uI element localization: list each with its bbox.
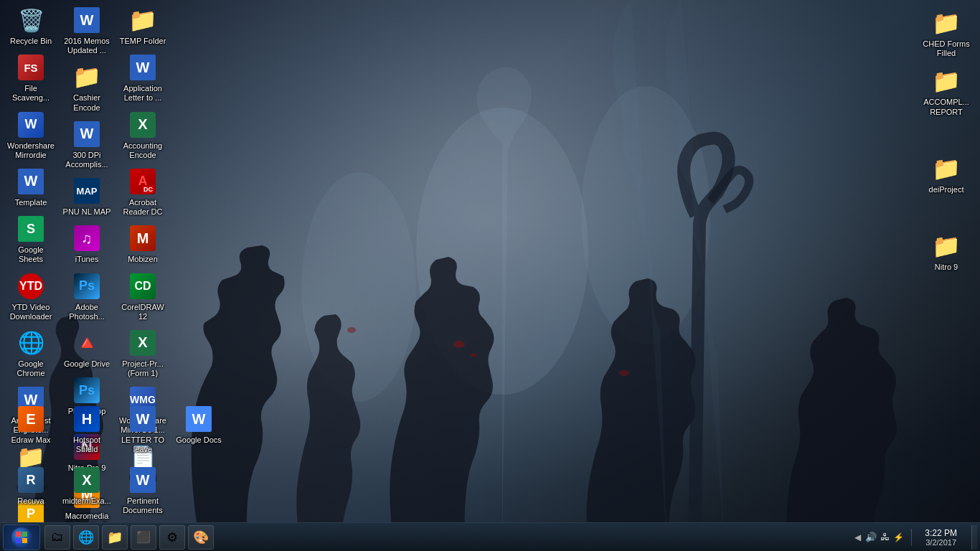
- desktop-icon-hotspot-shield[interactable]: H Hotspot Shield: [59, 402, 115, 457]
- desktop-icon-dei-project[interactable]: 📁 deiProject: [918, 151, 974, 197]
- ytd-label: YTD Video Downloader: [6, 303, 56, 321]
- icon-col-2: 📁 TEMP Folder W Application Letter to ..…: [115, 3, 171, 542]
- taskbar-btn-cisco[interactable]: ⬛: [131, 525, 156, 550]
- bottom-icons-row2: R Recuva X midtermExa... W Pertinent Doc…: [3, 463, 171, 518]
- clock-date: 3/2/2017: [925, 538, 956, 547]
- desktop-icon-google-docs[interactable]: W Google Docs: [171, 402, 227, 457]
- desktop-icon-adobe-photosh[interactable]: Ps Adobe Photosh...: [59, 269, 115, 324]
- wondershare-icon: W: [17, 110, 45, 139]
- file-scaveng-label: File Scaveng...: [6, 84, 56, 103]
- desktop-icon-recuva[interactable]: R Recuva: [3, 463, 59, 518]
- acrobat-icon: A DC: [128, 167, 157, 196]
- volume-icon[interactable]: 🔊: [865, 532, 877, 542]
- svg-rect-10: [22, 532, 27, 537]
- desktop-icon-pnu-map[interactable]: MAP PNU NL MAP: [59, 174, 115, 220]
- desktop-icon-ytd[interactable]: YTD YTD Video Downloader: [3, 269, 59, 324]
- recuva-label: Recuva: [17, 496, 44, 506]
- recuva-icon: R: [17, 466, 45, 494]
- template-label: Template: [15, 198, 47, 207]
- memos-label: 2016 Memos Updated ...: [62, 37, 112, 55]
- desktop-icon-midterm-exa[interactable]: X midtermExa...: [59, 463, 115, 518]
- desktop-icon-wondershare[interactable]: W Wondershare Mirrordie: [3, 108, 59, 163]
- svg-rect-12: [22, 538, 27, 543]
- desktop-area: 🗑️ Recycle Bin FS File Scaveng... W Wond…: [0, 0, 980, 522]
- tray-expand-arrow[interactable]: ◀: [854, 532, 861, 542]
- desktop-icon-letter-to-leave[interactable]: W LETTER TO leave: [115, 402, 171, 457]
- desktop-icon-cashier-encode[interactable]: 📁 Cashier Encode: [59, 60, 115, 115]
- file-scaveng-icon: FS: [17, 53, 45, 82]
- chrome-label: Google Chrome: [6, 359, 56, 378]
- project-pr-label: Project-Pr... (Form 1): [118, 359, 168, 378]
- pertinent-docs-label: Pertinent Documents: [118, 496, 168, 515]
- taskbar-btn-chrome[interactable]: 🌐: [73, 525, 99, 550]
- taskbar-btn-file-explorer[interactable]: 🗂: [44, 525, 70, 550]
- memos-icon: W: [72, 6, 101, 34]
- desktop-icon-application-letter[interactable]: W Application Letter to ...: [115, 50, 171, 105]
- desktop-icon-coreldraw[interactable]: CD CorelDRAW 12: [115, 269, 171, 324]
- application-letter-icon: W: [128, 53, 157, 82]
- taskbar-btn-folder[interactable]: 📁: [102, 525, 128, 550]
- svg-rect-9: [16, 532, 21, 537]
- acrobat-label: Acrobat Reader DC: [118, 198, 168, 217]
- desktop-icon-mobizen[interactable]: M Mobizen: [115, 221, 171, 267]
- recycle-bin-label: Recycle Bin: [10, 37, 52, 46]
- accompl-report-label: ACCOMPL... REPORT: [921, 98, 971, 116]
- google-drive-label: Google Drive: [64, 359, 110, 369]
- desktop-icon-2016-memos[interactable]: W 2016 Memos Updated ...: [59, 3, 115, 58]
- mobizen-icon: M: [128, 224, 157, 253]
- settings-taskbar-icon: ⚙: [166, 529, 178, 545]
- desktop-icon-acrobat[interactable]: A DC Acrobat Reader DC: [115, 164, 171, 220]
- taskbar-btn-paint[interactable]: 🎨: [188, 525, 214, 550]
- letter-leave-icon: W: [128, 405, 157, 433]
- desktop-icon-pertinent-docs[interactable]: W Pertinent Documents: [115, 463, 171, 518]
- nitro9-icon: 📁: [932, 232, 961, 260]
- desktop-icon-accounting-encode[interactable]: X Accounting Encode: [115, 108, 171, 163]
- desktop-icon-file-scaveng[interactable]: FS File Scaveng...: [3, 50, 59, 105]
- chrome-icon: 🌐: [17, 329, 45, 357]
- start-button[interactable]: [3, 524, 40, 550]
- desktop-icon-temp-folder[interactable]: 📁 TEMP Folder: [115, 3, 171, 49]
- desktop-icon-google-sheets[interactable]: S Google Sheets: [3, 212, 59, 267]
- midterm-label: midtermExa...: [62, 496, 111, 506]
- network-icon[interactable]: 🖧: [880, 532, 890, 542]
- 300dpi-label: 300 DPi Accomplis...: [62, 151, 112, 169]
- nitro9-label: Nitro 9: [935, 263, 958, 272]
- letter-leave-label: LETTER TO leave: [118, 435, 168, 454]
- google-docs-icon: W: [184, 405, 213, 433]
- desktop-icon-project-pr[interactable]: X Project-Pr... (Form 1): [115, 326, 171, 381]
- midterm-icon: X: [72, 466, 101, 494]
- ched-forms-icon: 📁: [932, 9, 961, 37]
- accounting-encode-icon: X: [128, 110, 157, 139]
- desktop-icon-template[interactable]: W Template: [3, 164, 59, 210]
- mobizen-label: Mobizen: [128, 255, 158, 264]
- coreldraw-icon: CD: [128, 272, 157, 301]
- file-explorer-icon: 🗂: [51, 529, 64, 545]
- 300dpi-icon: W: [72, 120, 101, 149]
- desktop-icon-google-drive[interactable]: 🔺 Google Drive: [59, 326, 115, 372]
- paint-icon: 🎨: [193, 529, 209, 545]
- clock[interactable]: 3:22 PM 3/2/2017: [919, 527, 963, 548]
- show-desktop-button[interactable]: [971, 525, 977, 550]
- google-docs-label: Google Docs: [176, 435, 222, 445]
- windows-orb: [11, 527, 32, 547]
- google-drive-icon: 🔺: [72, 329, 101, 357]
- desktop-icon-edraw-max[interactable]: E Edraw Max: [3, 402, 59, 457]
- desktop-icon-recycle-bin[interactable]: 🗑️ Recycle Bin: [3, 3, 59, 49]
- accompl-report-icon: 📁: [932, 67, 961, 95]
- temp-folder-icon: 📁: [128, 6, 157, 34]
- accounting-encode-label: Accounting Encode: [118, 141, 168, 160]
- edraw-icon: E: [17, 405, 45, 433]
- cashier-icon: 📁: [72, 62, 101, 91]
- desktop-icon-accompl-report[interactable]: 📁 ACCOMPL... REPORT: [918, 64, 974, 119]
- desktop-icon-300dpi[interactable]: W 300 DPi Accomplis...: [59, 117, 115, 172]
- battery-icon[interactable]: ⚡: [893, 532, 904, 542]
- desktop-icon-ched-forms[interactable]: 📁 CHED Forms Filled: [918, 6, 974, 61]
- temp-folder-label: TEMP Folder: [120, 37, 166, 46]
- dei-project-label: deiProject: [929, 185, 964, 194]
- desktop-icon-chrome[interactable]: 🌐 Google Chrome: [3, 326, 59, 381]
- desktop-icon-nitro9[interactable]: 📁 Nitro 9: [918, 229, 974, 275]
- hotspot-label: Hotspot Shield: [62, 435, 112, 454]
- desktop-icon-itunes[interactable]: ♫ iTunes: [59, 221, 115, 267]
- svg-rect-11: [16, 538, 21, 543]
- taskbar-btn-settings[interactable]: ⚙: [159, 525, 185, 550]
